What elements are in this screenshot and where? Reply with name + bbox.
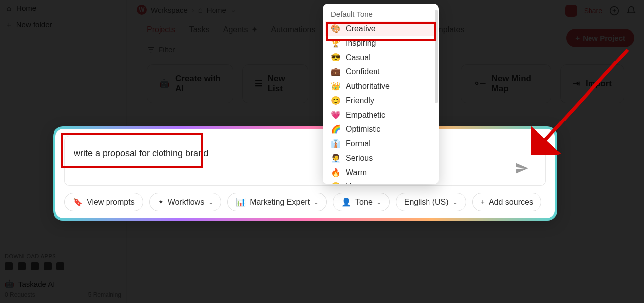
tone-chip[interactable]: 👤Tone⌄	[333, 193, 390, 211]
list-icon: ☰	[255, 78, 262, 89]
tone-option-empathetic[interactable]: 💗Empathetic	[325, 108, 437, 122]
import-label: Import	[586, 79, 612, 89]
requests-count: 0 Requests	[5, 291, 35, 298]
tone-label: Tone	[355, 198, 373, 207]
home-icon: ⌂	[198, 6, 203, 14]
tab-automations-label: Automations	[271, 25, 316, 34]
remaining-count: 5 Remaining	[88, 291, 121, 298]
add-sources-label: Add sources	[489, 198, 533, 207]
tone-emoji-icon: 👑	[331, 81, 341, 91]
tab-agents-label: Agents	[223, 25, 248, 34]
bell-icon[interactable]	[626, 6, 636, 16]
breadcrumb-workspace[interactable]: Workspace	[151, 6, 188, 14]
chip-row: 🔖View prompts ✦Workflows⌄ 📊Marketing Exp…	[64, 193, 546, 211]
workflows-chip[interactable]: ✦Workflows⌄	[149, 193, 222, 211]
tone-option-warm[interactable]: 🔥Warm	[325, 165, 437, 180]
taskade-ai-row[interactable]: 🤖 Taskade AI	[5, 279, 121, 288]
app-icons-row	[5, 262, 121, 270]
language-chip[interactable]: English (US)⌄	[396, 193, 466, 211]
tone-dropdown-header: Default Tone	[325, 7, 437, 21]
ai-stats: 0 Requests 5 Remaining	[5, 291, 121, 298]
tone-option-label: Casual	[346, 53, 371, 62]
tone-option-creative[interactable]: 🎨Creative	[325, 21, 437, 36]
tone-emoji-icon: 🔥	[331, 168, 341, 177]
workspace-badge[interactable]: W	[137, 5, 147, 15]
header-right: Share	[565, 5, 636, 17]
sidebar-item-home[interactable]: ⌂ Home	[0, 0, 126, 16]
mindmap-label: New Mind Map	[492, 74, 539, 94]
new-project-button[interactable]: + New Project	[566, 29, 634, 47]
tone-option-label: Inspiring	[346, 39, 376, 48]
persona-label: Marketing Expert	[250, 198, 310, 207]
ai-icon: 🤖	[5, 279, 14, 288]
plus-icon: +	[481, 198, 485, 207]
plus-icon: +	[7, 20, 11, 29]
new-project-label: New Project	[583, 34, 625, 42]
plus-circle-icon[interactable]	[609, 6, 619, 16]
scrollbar[interactable]	[435, 10, 438, 103]
new-mindmap-button[interactable]: ⚬─New Mind Map	[461, 64, 552, 103]
bookmark-icon: 🔖	[73, 197, 83, 207]
language-label: English (US)	[404, 198, 449, 207]
tone-option-label: Authoritative	[346, 82, 390, 91]
tone-option-humorous[interactable]: 😂Humorous	[325, 180, 437, 184]
tone-option-formal[interactable]: 👔Formal	[325, 136, 437, 151]
new-list-button[interactable]: ☰New List	[242, 64, 308, 103]
tone-dropdown[interactable]: Default Tone 🎨Creative🏆Inspiring😎Casual💼…	[323, 4, 439, 184]
sidebar-home-label: Home	[16, 4, 36, 12]
persona-chip[interactable]: 📊Marketing Expert⌄	[227, 193, 327, 211]
play-icon[interactable]	[56, 262, 64, 270]
import-button[interactable]: ⇥Import	[560, 64, 624, 103]
tone-option-inspiring[interactable]: 🏆Inspiring	[325, 36, 437, 50]
chevron-down-icon: ⌄	[208, 199, 213, 206]
chevron-down-icon: ⌄	[376, 199, 381, 206]
filter-label: Filter	[159, 45, 175, 54]
filter-button[interactable]: Filter	[147, 45, 175, 54]
tone-option-serious[interactable]: 🧑‍💼Serious	[325, 151, 437, 165]
chevron-down-icon[interactable]: ⌄	[230, 5, 237, 14]
tone-option-label: Creative	[346, 24, 376, 33]
tab-tasks[interactable]: Tasks	[189, 25, 210, 38]
prompt-input-wrap: write a proposal for clothing brand	[64, 136, 546, 186]
create-ai-label: Create with AI	[175, 74, 221, 94]
appstore-icon[interactable]	[44, 262, 52, 270]
tone-emoji-icon: 😎	[331, 53, 341, 62]
tone-option-label: Empathetic	[346, 111, 385, 120]
chevron-down-icon: ⌄	[453, 199, 458, 206]
workflows-label: Workflows	[168, 198, 205, 207]
tone-option-friendly[interactable]: 😊Friendly	[325, 93, 437, 108]
add-sources-chip[interactable]: +Add sources	[472, 193, 541, 211]
tone-option-label: Friendly	[346, 96, 374, 105]
tone-option-confident[interactable]: 💼Confident	[325, 64, 437, 79]
tab-agents[interactable]: Agents✦	[223, 25, 258, 38]
ai-prompt-panel: write a proposal for clothing brand 🔖Vie…	[54, 128, 556, 219]
ai-label: Taskade AI	[18, 280, 54, 288]
tone-option-label: Warm	[346, 168, 367, 177]
create-with-ai-button[interactable]: 🤖Create with AI	[147, 64, 233, 103]
apple-icon[interactable]	[5, 262, 13, 270]
filter-icon	[147, 46, 155, 54]
view-prompts-label: View prompts	[87, 198, 135, 207]
mascot-icon[interactable]	[565, 5, 577, 17]
tone-emoji-icon: 💼	[331, 67, 341, 76]
tone-emoji-icon: 😊	[331, 96, 341, 105]
share-button[interactable]: Share	[584, 7, 602, 15]
tab-projects[interactable]: Projects	[147, 25, 175, 38]
tone-emoji-icon: 💗	[331, 110, 341, 120]
sidebar-item-new-folder[interactable]: + New folder	[0, 16, 126, 33]
new-list-label: New List	[268, 74, 296, 94]
tone-emoji-icon: 🌈	[331, 124, 341, 134]
windows-icon[interactable]	[31, 262, 39, 270]
breadcrumb-home[interactable]: Home	[207, 6, 226, 14]
sparkle-icon: ✦	[251, 25, 258, 34]
tone-option-authoritative[interactable]: 👑Authoritative	[325, 79, 437, 93]
chrome-icon[interactable]	[18, 262, 26, 270]
view-prompts-chip[interactable]: 🔖View prompts	[64, 193, 143, 211]
tab-automations[interactable]: Automations	[271, 25, 316, 38]
tone-option-optimistic[interactable]: 🌈Optimistic	[325, 122, 437, 136]
tone-emoji-icon: 😂	[331, 182, 341, 184]
tone-option-label: Formal	[346, 139, 371, 148]
prompt-input[interactable]: write a proposal for clothing brand	[67, 143, 543, 164]
send-button[interactable]	[515, 161, 529, 175]
tone-option-casual[interactable]: 😎Casual	[325, 50, 437, 64]
